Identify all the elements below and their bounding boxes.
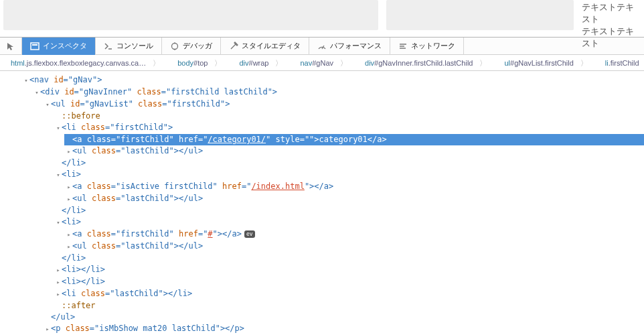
- console-icon: [104, 42, 113, 51]
- performance-icon: [317, 42, 327, 51]
- page-placeholder-2: [386, 0, 574, 30]
- breadcrumb: html.js.flexbox.flexboxlegacy.canvas.ca……: [0, 55, 644, 71]
- twisty-icon[interactable]: ▾: [55, 123, 62, 134]
- dom-line[interactable]: ▸<a class="firstChild" href="#"></a>ev: [16, 228, 644, 241]
- pointer-icon: [6, 42, 15, 51]
- twisty-icon[interactable]: ▾: [55, 170, 62, 181]
- twisty-icon[interactable]: ▸: [66, 182, 72, 193]
- crumb-li[interactable]: li.firstChild: [600, 57, 644, 69]
- dom-line[interactable]: </li>: [16, 157, 644, 169]
- twisty-icon[interactable]: ▾: [44, 99, 51, 111]
- dom-line[interactable]: ▾<ul id="gNavList" class="firstChild">: [16, 98, 644, 111]
- tab-label: パフォーマンス: [330, 41, 382, 51]
- crumb-div-wrap[interactable]: div#wrap〉: [234, 57, 293, 69]
- dom-line[interactable]: </li>: [16, 205, 644, 216]
- crumb-body[interactable]: body#top〉: [172, 57, 232, 69]
- crumb-nav[interactable]: nav#gNav〉: [295, 57, 358, 69]
- event-listener-badge[interactable]: ev: [244, 230, 255, 238]
- page-sample-text: テキストテキスト テキストテキスト: [582, 0, 641, 30]
- element-picker-button[interactable]: [0, 38, 22, 55]
- tab-network[interactable]: ネットワーク: [390, 38, 464, 55]
- dom-line[interactable]: </ul>: [16, 312, 644, 323]
- dom-line[interactable]: ▸<li></li>: [16, 264, 644, 276]
- dom-line[interactable]: ▸<li class="lastChild"></li>: [16, 288, 644, 300]
- twisty-icon[interactable]: ▾: [33, 87, 40, 98]
- network-icon: [398, 42, 408, 51]
- dom-line[interactable]: ▸<ul class="lastChild"></ul>: [16, 241, 644, 253]
- tab-label: インスペクタ: [43, 41, 87, 51]
- page-placeholder-1: [3, 0, 378, 30]
- dom-line[interactable]: ▸<ul class="lastChild"></ul>: [16, 145, 644, 157]
- twisty-icon[interactable]: ▸: [55, 265, 62, 276]
- dom-line[interactable]: </li>: [16, 253, 644, 264]
- dom-line[interactable]: ▸<ul class="lastChild"></ul>: [16, 193, 644, 205]
- inspector-icon: [30, 42, 39, 51]
- tab-style-editor[interactable]: スタイルエディタ: [221, 38, 309, 55]
- dom-line[interactable]: ▾<div id="gNavInner" class="firstChild l…: [16, 86, 644, 98]
- tab-label: スタイルエディタ: [242, 41, 301, 51]
- dom-line[interactable]: ::before: [16, 111, 644, 122]
- tab-console[interactable]: コンソール: [96, 38, 162, 55]
- tab-performance[interactable]: パフォーマンス: [309, 38, 390, 55]
- twisty-icon[interactable]: ▸: [66, 194, 72, 205]
- dom-line[interactable]: ▾<li>: [16, 169, 644, 181]
- twisty-icon[interactable]: ▸: [44, 324, 51, 335]
- twisty-icon[interactable]: ▸: [66, 229, 72, 241]
- tab-label: コンソール: [116, 41, 153, 51]
- svg-rect-0: [31, 43, 39, 50]
- dom-tree-panel[interactable]: ▾<nav id="gNav"> ▾<div id="gNavInner" cl…: [0, 71, 644, 335]
- devtools-toolbar: インスペクタ コンソール デバッガ スタイルエディタ パフォーマンス ネットワー…: [0, 37, 644, 55]
- debugger-icon: [170, 42, 179, 51]
- tab-debugger[interactable]: デバッガ: [162, 38, 221, 55]
- dom-line[interactable]: ▾<li>: [16, 216, 644, 228]
- crumb-ul[interactable]: ul#gNavList.firstChild〉: [499, 57, 598, 69]
- twisty-icon[interactable]: ▸: [55, 289, 62, 300]
- svg-rect-1: [32, 44, 37, 46]
- dom-line[interactable]: ▸<p class="isMbShow mat20 lastChild"></p…: [16, 323, 644, 335]
- twisty-icon[interactable]: ▸: [66, 146, 72, 157]
- twisty-icon[interactable]: ▾: [55, 217, 62, 228]
- dom-line-selected[interactable]: <a class="firstChild" href="/category01/…: [16, 134, 644, 145]
- tab-label: デバッガ: [183, 41, 212, 51]
- dom-line[interactable]: ::after: [16, 300, 644, 312]
- crumb-html[interactable]: html.js.flexbox.flexboxlegacy.canvas.ca……: [5, 57, 171, 69]
- crumb-div-inner[interactable]: div#gNavInner.firstChild.lastChild〉: [359, 57, 497, 69]
- style-editor-icon: [229, 42, 238, 51]
- tab-inspector[interactable]: インスペクタ: [22, 38, 96, 55]
- twisty-icon[interactable]: ▾: [23, 75, 29, 86]
- svg-point-2: [172, 43, 178, 49]
- tab-label: ネットワーク: [411, 41, 455, 51]
- dom-line[interactable]: ▸<li></li>: [16, 276, 644, 288]
- dom-line[interactable]: ▾<li class="firstChild">: [16, 122, 644, 134]
- twisty-icon[interactable]: ▸: [66, 241, 72, 253]
- twisty-icon[interactable]: ▸: [55, 277, 62, 288]
- dom-line[interactable]: ▾<nav id="gNav">: [16, 74, 644, 86]
- dom-line[interactable]: ▸<a class="isActive firstChild" href="/i…: [16, 181, 644, 193]
